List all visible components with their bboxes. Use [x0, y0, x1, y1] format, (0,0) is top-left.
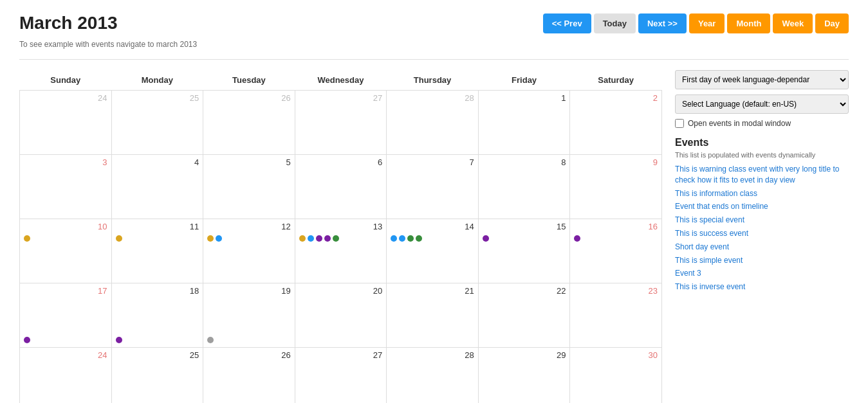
dots-19: [207, 336, 214, 345]
table-row[interactable]: 15: [478, 219, 570, 283]
event-dot: [24, 337, 30, 343]
table-row[interactable]: 1: [478, 91, 570, 155]
table-row[interactable]: 21: [387, 283, 479, 348]
event-dot: [116, 235, 122, 242]
event-link-event3[interactable]: Event 3: [675, 268, 849, 279]
event-dot: [416, 235, 422, 242]
today-button[interactable]: Today: [594, 13, 636, 33]
event-link-warning[interactable]: This is warning class event with very lo…: [675, 164, 849, 186]
dots-15: [483, 234, 566, 243]
table-row[interactable]: 28: [387, 91, 479, 155]
event-dot: [407, 235, 414, 242]
day-button[interactable]: Day: [815, 13, 849, 33]
col-sunday: Sunday: [20, 70, 112, 91]
page-title: March 2013: [19, 13, 118, 33]
calendar-week-2: 3 4 5 6 7 8 9: [20, 155, 662, 219]
event-dot: [333, 235, 339, 242]
event-dot: [207, 235, 214, 242]
col-wednesday: Wednesday: [295, 70, 387, 91]
events-subtitle: This list is populated with events dynam…: [675, 151, 849, 159]
dots-13: [299, 234, 383, 243]
calendar-table: Sunday Monday Tuesday Wednesday Thursday…: [19, 70, 662, 403]
table-row[interactable]: 20: [295, 283, 387, 348]
event-link-simple[interactable]: This is simple event: [675, 255, 849, 266]
table-row[interactable]: 11: [111, 219, 203, 283]
calendar-section: Sunday Monday Tuesday Wednesday Thursday…: [19, 70, 662, 403]
modal-checkbox[interactable]: [675, 119, 684, 128]
event-dot: [574, 235, 580, 242]
year-button[interactable]: Year: [689, 13, 725, 33]
week-button[interactable]: Week: [773, 13, 813, 33]
sidebar: First day of week language-dependar Sund…: [675, 70, 849, 403]
table-row[interactable]: 3: [20, 155, 112, 219]
dots-14: [391, 234, 474, 243]
first-day-select[interactable]: First day of week language-dependar Sund…: [675, 70, 849, 89]
dots-18: [116, 336, 122, 345]
event-link-success[interactable]: This is success event: [675, 228, 849, 239]
table-row[interactable]: 17: [20, 283, 112, 348]
language-select[interactable]: Select Language (default: en-US) en-US f…: [675, 94, 849, 114]
table-row[interactable]: 4: [111, 155, 203, 219]
nav-buttons: << Prev Today Next >> Year Month Week Da…: [543, 13, 849, 33]
table-row[interactable]: 6: [295, 155, 387, 219]
table-row[interactable]: 7: [387, 155, 479, 219]
table-row[interactable]: 25: [111, 348, 203, 404]
dots-12: [207, 234, 291, 243]
table-row[interactable]: 29: [478, 348, 570, 404]
events-section-title: Events: [675, 137, 849, 148]
table-row[interactable]: 27: [295, 91, 387, 155]
event-link-inverse[interactable]: This is inverse event: [675, 282, 849, 292]
event-link-information[interactable]: This is information class: [675, 188, 849, 199]
event-dot: [316, 235, 322, 242]
event-dot: [24, 235, 30, 242]
page-header: March 2013 << Prev Today Next >> Year Mo…: [19, 13, 849, 33]
main-layout: Sunday Monday Tuesday Wednesday Thursday…: [19, 70, 849, 403]
table-row[interactable]: 18: [111, 283, 203, 348]
modal-label: Open events in modal window: [688, 119, 791, 128]
table-row[interactable]: 23: [570, 283, 662, 348]
event-dot: [391, 235, 397, 242]
event-link-ends-timeline[interactable]: Event that ends on timeline: [675, 201, 849, 212]
table-row[interactable]: 12: [203, 219, 295, 283]
calendar-week-3: 10 11 12: [20, 219, 662, 283]
table-row[interactable]: 24: [20, 348, 112, 404]
table-row[interactable]: 25: [111, 91, 203, 155]
table-row[interactable]: 14: [387, 219, 479, 283]
month-button[interactable]: Month: [727, 13, 770, 33]
table-row[interactable]: 16: [570, 219, 662, 283]
col-saturday: Saturday: [570, 70, 662, 91]
table-row[interactable]: 13: [295, 219, 387, 283]
divider: [19, 59, 849, 60]
event-dot: [483, 235, 489, 242]
table-row[interactable]: 19: [203, 283, 295, 348]
table-row[interactable]: 24: [20, 91, 112, 155]
dots-11: [116, 234, 199, 243]
table-row[interactable]: 26: [203, 91, 295, 155]
table-row[interactable]: 8: [478, 155, 570, 219]
table-row[interactable]: 5: [203, 155, 295, 219]
event-dot: [216, 235, 222, 242]
event-link-short-day[interactable]: Short day event: [675, 242, 849, 253]
col-thursday: Thursday: [387, 70, 479, 91]
event-dot: [207, 337, 214, 343]
event-dot: [324, 235, 331, 242]
table-row[interactable]: 30: [570, 348, 662, 404]
calendar-week-1: 24 25 26 27 28 1 2: [20, 91, 662, 155]
table-row[interactable]: 22: [478, 283, 570, 348]
table-row[interactable]: 9: [570, 155, 662, 219]
col-friday: Friday: [478, 70, 570, 91]
subtitle: To see example with events navigate to m…: [19, 40, 849, 49]
event-link-special[interactable]: This is special event: [675, 215, 849, 226]
event-dot: [299, 235, 306, 242]
col-monday: Monday: [111, 70, 203, 91]
table-row[interactable]: 2: [570, 91, 662, 155]
table-row[interactable]: 10: [20, 219, 112, 283]
prev-button[interactable]: << Prev: [543, 13, 591, 33]
event-dot: [308, 235, 314, 242]
col-tuesday: Tuesday: [203, 70, 295, 91]
table-row[interactable]: 28: [387, 348, 479, 404]
next-button[interactable]: Next >>: [638, 13, 687, 33]
event-dot: [399, 235, 405, 242]
table-row[interactable]: 27: [295, 348, 387, 404]
table-row[interactable]: 26: [203, 348, 295, 404]
